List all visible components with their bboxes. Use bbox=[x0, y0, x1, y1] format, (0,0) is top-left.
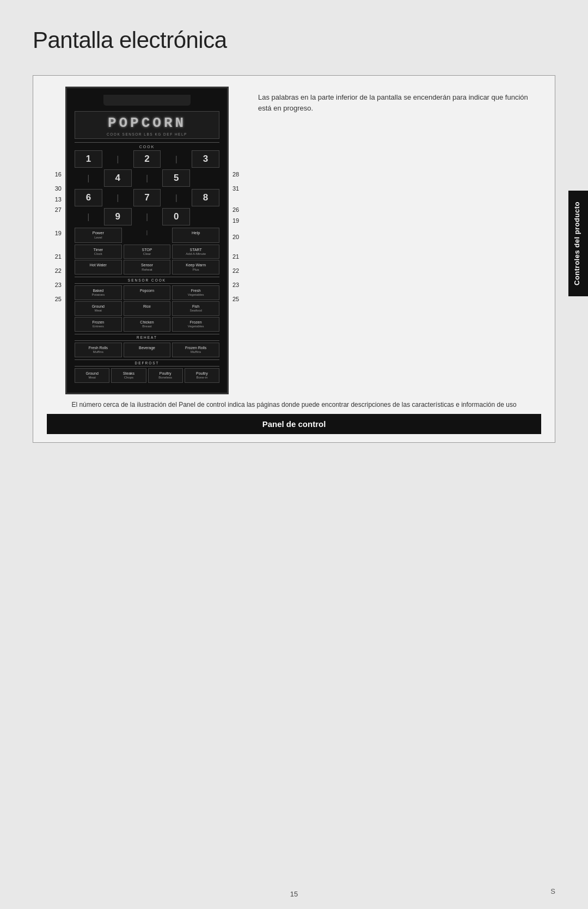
page-container: Controles del producto Pantalla electrón… bbox=[0, 0, 588, 909]
reheat-row: Fresh Rolls Muffins Beverage Frozen Roll… bbox=[75, 343, 219, 357]
diagram-inner: 16 30 13 27 19 21 22 23 25 bbox=[47, 87, 541, 394]
num-4-btn[interactable]: 4 bbox=[104, 169, 132, 187]
right-num-19: 19 bbox=[231, 217, 247, 224]
diagram-box: 16 30 13 27 19 21 22 23 25 bbox=[33, 75, 555, 443]
frozen-vegetables-btn[interactable]: Frozen Vegetables bbox=[172, 317, 219, 332]
beverage-r-btn[interactable]: Beverage bbox=[124, 343, 171, 357]
popcorn-sensor-btn[interactable]: Popcorn bbox=[124, 285, 171, 300]
panel-notch bbox=[103, 95, 191, 106]
left-num-16: 16 bbox=[47, 167, 63, 181]
page-title: Pantalla electrónica bbox=[33, 27, 555, 53]
sep-1: | bbox=[104, 150, 132, 168]
left-numbers-col: 16 30 13 27 19 21 22 23 25 bbox=[47, 87, 63, 306]
description-text: El número cerca de la ilustración del Pa… bbox=[47, 400, 541, 410]
annotation-note: Las palabras en la parte inferior de la … bbox=[258, 87, 541, 113]
microwave-panel: POPCORN COOK SENSOR LBS KG DEF HELP COOK… bbox=[65, 87, 229, 394]
num-1-btn[interactable]: 1 bbox=[75, 150, 102, 168]
hot-sensor-keepwarm-row: Hot Water Sensor Reheat Keep Warm Plus bbox=[75, 260, 219, 274]
sensor-reheat-btn[interactable]: Sensor Reheat bbox=[124, 260, 171, 274]
keep-warm-plus-btn[interactable]: Keep Warm Plus bbox=[172, 260, 219, 274]
lcd-indicators: COOK SENSOR LBS KG DEF HELP bbox=[79, 132, 215, 136]
spacer-1: | bbox=[124, 228, 171, 243]
poultry-bone-in-btn[interactable]: Poultry Bone-in bbox=[185, 368, 219, 383]
lcd-display-area: POPCORN COOK SENSOR LBS KG DEF HELP bbox=[75, 111, 219, 139]
right-numbers-col: 28 31 26 19 20 21 22 23 25 bbox=[231, 87, 247, 306]
panel-area: 16 30 13 27 19 21 22 23 25 bbox=[47, 87, 247, 394]
chicken-breast-btn[interactable]: Chicken Breast bbox=[124, 317, 171, 332]
right-num-31: 31 bbox=[231, 181, 247, 196]
sensor-cook-header: SENSOR COOK bbox=[75, 277, 219, 284]
annotation-text: Las palabras en la parte inferior de la … bbox=[258, 92, 541, 113]
steaks-chops-btn[interactable]: Steaks Chops bbox=[111, 368, 146, 383]
page-number: 15 bbox=[0, 879, 588, 909]
fresh-veg-btn[interactable]: Fresh Vegetables bbox=[172, 285, 219, 300]
panel-footer-label: Panel de control bbox=[262, 419, 326, 429]
rice-s-btn[interactable]: Rice bbox=[124, 301, 171, 316]
poultry-boneless-btn[interactable]: Poultry Boneless bbox=[148, 368, 183, 383]
right-num-26: 26 bbox=[231, 203, 247, 217]
sep-2: | bbox=[162, 150, 190, 168]
left-num-23: 23 bbox=[47, 278, 63, 292]
right-num-22b: 22 bbox=[231, 264, 247, 278]
timer-stop-start-row: Timer Clock STOP Clear START Add-A-Minut… bbox=[75, 245, 219, 259]
right-num-21b: 21 bbox=[231, 249, 247, 264]
power-help-row: Power Level | Help bbox=[75, 228, 219, 243]
start-add-btn[interactable]: START Add-A-Minute bbox=[172, 245, 219, 259]
frozen-entrees-btn[interactable]: Frozen Entrees bbox=[75, 317, 122, 332]
sep-5: | bbox=[104, 189, 132, 206]
right-num-25b: 25 bbox=[231, 292, 247, 306]
help-btn[interactable]: Help bbox=[172, 228, 219, 243]
right-num-28: 28 bbox=[231, 167, 247, 181]
sensor-row1: Baked Potatoes Popcorn Fresh Vegetables bbox=[75, 285, 219, 300]
sep-3: | bbox=[75, 169, 102, 187]
right-num-blank bbox=[231, 196, 247, 203]
cook-section-label: COOK bbox=[75, 142, 219, 149]
timer-clock-btn[interactable]: Timer Clock bbox=[75, 245, 122, 259]
left-num-13: 13 bbox=[47, 196, 63, 203]
fish-sea-btn[interactable]: Fish Seafood bbox=[172, 301, 219, 316]
num-5-btn[interactable]: 5 bbox=[162, 169, 190, 187]
num-7-btn[interactable]: 7 bbox=[133, 189, 161, 206]
power-level-btn[interactable]: Power Level bbox=[75, 228, 122, 243]
left-num-27: 27 bbox=[47, 203, 63, 217]
left-num-25: 25 bbox=[47, 292, 63, 306]
num-2-btn[interactable]: 2 bbox=[133, 150, 161, 168]
sep-4: | bbox=[133, 169, 161, 187]
defrost-row: Ground Meat Steaks Chops Poultry Boneles… bbox=[75, 368, 219, 383]
lcd-text: POPCORN bbox=[79, 115, 215, 131]
ground-meat-defrost-btn[interactable]: Ground Meat bbox=[75, 368, 109, 383]
hot-water-btn[interactable]: Hot Water bbox=[75, 260, 122, 274]
num-9-btn[interactable]: 9 bbox=[104, 208, 132, 225]
baked-potatoes-btn[interactable]: Baked Potatoes bbox=[75, 285, 122, 300]
sep-6: | bbox=[162, 189, 190, 206]
sensor-row2: Ground Meat Rice Fish Seafood bbox=[75, 301, 219, 316]
right-num-20: 20 bbox=[231, 224, 247, 249]
num-8-btn[interactable]: 8 bbox=[192, 189, 219, 206]
stop-clear-btn[interactable]: STOP Clear bbox=[124, 245, 171, 259]
left-num-30: 30 bbox=[47, 181, 63, 196]
left-num-21: 21 bbox=[47, 249, 63, 264]
sep-7: | bbox=[75, 208, 102, 225]
num-3-btn[interactable]: 3 bbox=[192, 150, 219, 168]
reheat-header: REHEAT bbox=[75, 334, 219, 341]
ground-meat-s-btn[interactable]: Ground Meat bbox=[75, 301, 122, 316]
numpad-row2: 6 | 7 | 8 | 9 | 0 bbox=[75, 189, 219, 225]
num-0-btn[interactable]: 0 bbox=[162, 208, 190, 225]
left-num-22: 22 bbox=[47, 264, 63, 278]
right-num-23b: 23 bbox=[231, 278, 247, 292]
frozen-rolls-r-btn[interactable]: Frozen Rolls Muffins bbox=[172, 343, 219, 357]
num-6-btn[interactable]: 6 bbox=[75, 189, 102, 206]
main-content: Pantalla electrónica 16 30 13 27 19 21 2… bbox=[0, 0, 588, 879]
panel-footer: Panel de control bbox=[47, 414, 541, 434]
page-letter: S bbox=[550, 887, 555, 895]
fresh-rolls-r-btn[interactable]: Fresh Rolls Muffins bbox=[75, 343, 122, 357]
sensor-row3: Frozen Entrees Chicken Breast Frozen Veg… bbox=[75, 317, 219, 332]
sidebar-label: Controles del producto bbox=[573, 202, 581, 285]
defrost-header: DEFROST bbox=[75, 359, 219, 367]
sidebar-tab: Controles del producto bbox=[568, 191, 588, 296]
left-num-19a: 19 bbox=[47, 217, 63, 249]
numpad-row1: 1 | 2 | 3 | 4 | 5 bbox=[75, 150, 219, 187]
sep-8: | bbox=[133, 208, 161, 225]
